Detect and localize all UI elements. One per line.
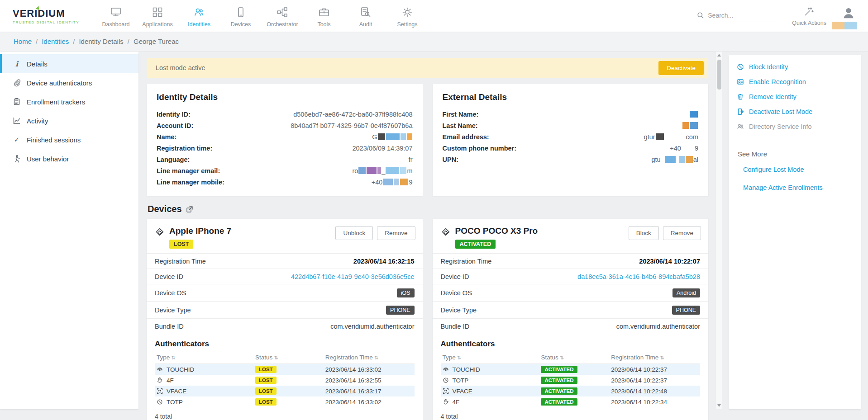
column-header-registration-time[interactable]: Registration Time⇅ xyxy=(609,351,700,364)
nav-label: Dashboard xyxy=(102,21,129,28)
configure-lost-mode-link[interactable]: Configure Lost Mode xyxy=(743,166,853,173)
user-avatar[interactable] xyxy=(842,5,855,22)
fingerprint-icon xyxy=(443,366,449,373)
device-field-value: 2023/06/14 10:22:07 xyxy=(639,258,700,265)
tools-icon xyxy=(318,6,330,18)
veridium-logo[interactable]: VERIDIUM TRUSTED DIGITAL IDENTITY xyxy=(13,8,90,24)
status-badge: LOST xyxy=(255,387,277,395)
column-header-type[interactable]: Type⇅ xyxy=(441,351,539,364)
field-row: Line manager mobile: +409 xyxy=(157,176,413,188)
sidebar-item-user-behavior[interactable]: User behavior xyxy=(0,149,138,168)
device-id-link[interactable]: da18ec5a-361a-4c16-b4b6-894cbafa5b28 xyxy=(577,273,700,280)
manage-active-enrollments-link[interactable]: Manage Active Enrollments xyxy=(743,184,853,191)
device-card-apple-iphone-7: Apple iPhone 7 LOST Unblock Remove Regis… xyxy=(147,219,423,420)
scroll-down-arrow[interactable] xyxy=(717,404,721,407)
auth-total: 4 total xyxy=(147,407,423,420)
field-label: Account ID: xyxy=(157,122,193,129)
field-label: First Name: xyxy=(443,111,479,118)
field-row: UPN: gtual xyxy=(443,154,699,165)
top-navigation: VERIDIUM TRUSTED DIGITAL IDENTITY Dashbo… xyxy=(0,0,868,32)
field-value: 8b40ad7f-b077-4325-96b7-0e4f87607b6a xyxy=(291,122,412,129)
nav-item-devices[interactable]: Devices xyxy=(220,5,262,28)
face-scan-icon xyxy=(157,388,163,394)
hand-icon xyxy=(157,377,163,383)
device-name: Apple iPhone 7 xyxy=(169,226,231,236)
sidebar-item-label: Device authenticators xyxy=(27,79,92,87)
field-label: Line manager email: xyxy=(157,167,220,175)
nav-item-settings[interactable]: Settings xyxy=(386,5,428,28)
sort-icon: ⇅ xyxy=(560,355,564,360)
nav-label: Audit xyxy=(359,21,372,28)
remove-device-button[interactable]: Remove xyxy=(663,226,701,240)
trash-icon xyxy=(737,93,744,100)
orchestrator-icon xyxy=(277,6,288,18)
field-value-redacted: +409 xyxy=(372,179,413,186)
block-button[interactable]: Block xyxy=(629,226,659,240)
field-value-redacted xyxy=(689,111,698,118)
remove-device-button[interactable]: Remove xyxy=(377,226,415,240)
column-header-status[interactable]: Status⇅ xyxy=(539,351,609,364)
search-input[interactable] xyxy=(708,12,767,19)
sidebar-item-device-authenticators[interactable]: Device authenticators xyxy=(0,73,138,92)
action-label: Block Identity xyxy=(749,63,788,71)
field-row: Identity ID: d506ebd7-ae86-472c-ba60-37f… xyxy=(157,109,413,120)
sidebar-item-label: User behavior xyxy=(27,155,69,163)
column-header-status[interactable]: Status⇅ xyxy=(253,351,324,364)
device-field-label: Device OS xyxy=(441,289,472,297)
field-label: Email address: xyxy=(443,133,489,141)
device-gem-icon xyxy=(155,226,165,237)
logo-tagline: TRUSTED DIGITAL IDENTITY xyxy=(13,20,90,24)
sidebar-item-activity[interactable]: Activity xyxy=(0,111,138,130)
field-value: fr xyxy=(409,156,413,163)
auth-row: TOUCHID LOST 2023/06/14 16:33:02 xyxy=(155,364,415,375)
field-value-redacted: gtual xyxy=(652,156,698,163)
nav-item-applications[interactable]: Applications xyxy=(137,5,178,28)
remove-identity-action[interactable]: Remove Identity xyxy=(737,93,853,100)
deactivate-button[interactable]: Deactivate xyxy=(658,61,704,75)
external-details-card: External Details First Name: Last Name: … xyxy=(433,84,709,196)
totp-clock-icon xyxy=(157,399,163,405)
quick-actions-button[interactable]: Quick Actions xyxy=(792,5,826,26)
device-field-row: Bundle ID com.veridiumid.authenticator xyxy=(147,318,423,334)
search-box[interactable] xyxy=(695,9,777,22)
field-label: Registration time: xyxy=(157,145,212,152)
external-link-icon[interactable] xyxy=(186,206,193,213)
field-value-redacted: ro_m xyxy=(352,167,412,175)
enable-recognition-action[interactable]: Enable Recognition xyxy=(737,78,853,85)
external-details-title: External Details xyxy=(443,92,699,102)
breadcrumb-identities[interactable]: Identities xyxy=(42,38,69,45)
status-badge: ACTIVATED xyxy=(541,398,577,406)
scrollbar-thumb[interactable] xyxy=(717,60,721,90)
nav-item-dashboard[interactable]: Dashboard xyxy=(95,5,137,28)
device-field-label: Registration Time xyxy=(155,258,206,265)
nav-item-tools[interactable]: Tools xyxy=(303,5,345,28)
main-content: Lost mode active Deactivate Identity Det… xyxy=(138,52,715,420)
action-label: Directory Service Info xyxy=(749,123,812,130)
unblock-button[interactable]: Unblock xyxy=(335,226,373,240)
user-avatar-icon xyxy=(842,6,855,20)
device-card-header: Apple iPhone 7 LOST Unblock Remove xyxy=(147,219,423,253)
auth-total: 4 total xyxy=(433,407,709,420)
main-scrollbar[interactable] xyxy=(715,52,722,409)
sidebar-item-finished-sessions[interactable]: ✓ Finished sessions xyxy=(0,130,138,149)
block-identity-action[interactable]: Block Identity xyxy=(737,63,853,71)
scroll-up-arrow[interactable] xyxy=(717,54,721,57)
field-row: Name: G xyxy=(157,131,413,142)
column-header-registration-time[interactable]: Registration Time⇅ xyxy=(324,351,415,364)
breadcrumb-current-user: George Tureac xyxy=(134,38,179,45)
field-row: Line manager email: ro_m xyxy=(157,165,413,176)
device-id-link[interactable]: 422d4b67-f10e-41a9-9e40-3e56d036e5ce xyxy=(291,273,415,280)
device-os-badge: Android xyxy=(672,288,700,297)
device-field-row: Device OS Android xyxy=(433,284,709,301)
column-header-type[interactable]: Type⇅ xyxy=(155,351,253,364)
device-os-badge: iOS xyxy=(397,288,415,297)
deactivate-lost-mode-action[interactable]: Deactivate Lost Mode xyxy=(737,108,853,115)
sidebar-item-enrollment-trackers[interactable]: Enrollment trackers xyxy=(0,92,138,111)
sort-icon: ⇅ xyxy=(660,355,664,360)
sort-icon: ⇅ xyxy=(274,355,278,360)
sidebar-item-details[interactable]: i Details xyxy=(0,54,138,73)
breadcrumb-home[interactable]: Home xyxy=(14,38,32,45)
nav-item-orchestrator[interactable]: Orchestrator xyxy=(262,5,303,28)
nav-item-audit[interactable]: Audit xyxy=(345,5,386,28)
nav-item-identities[interactable]: Identities xyxy=(178,5,220,28)
